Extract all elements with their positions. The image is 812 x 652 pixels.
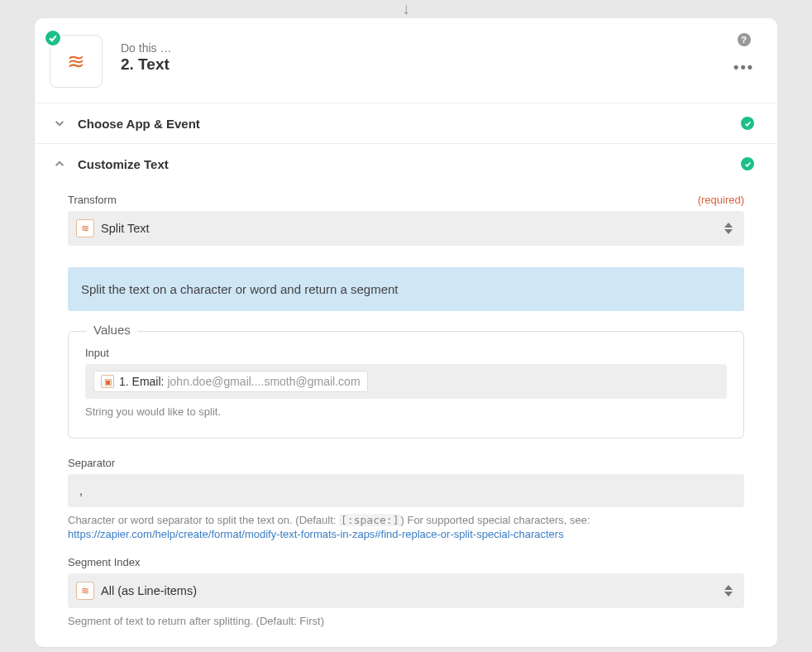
formatter-icon: ≋ (76, 219, 94, 237)
separator-help-link[interactable]: https://zapier.com/help/create/format/mo… (68, 528, 564, 540)
step-title: 2. Text (121, 55, 171, 74)
step-card: ≋ Do this … 2. Text ? ••• Choose App & E… (35, 18, 777, 647)
step-header[interactable]: ≋ Do this … 2. Text ? ••• (35, 18, 777, 103)
input-label: Input (85, 347, 109, 359)
segment-value: All (as Line-items) (101, 584, 197, 597)
sort-arrows-icon (724, 585, 733, 597)
chevron-down-icon (51, 115, 68, 132)
pill-value: john.doe@gmail....smoth@gmail.com (167, 375, 360, 388)
transform-value: Split Text (101, 222, 150, 235)
separator-help-code: [:space:] (339, 514, 400, 526)
section-customize-text[interactable]: Customize Text (35, 143, 777, 184)
segment-help: Segment of text to return after splittin… (68, 615, 744, 627)
source-step-icon: ▣ (101, 375, 114, 388)
values-legend: Values (87, 323, 137, 337)
separator-help-pre: Character or word separator to split the… (68, 514, 339, 526)
svg-marker-2 (724, 585, 733, 590)
sort-arrows-icon (724, 223, 733, 234)
field-transform: Transform (required) ≋ Split Text (68, 194, 744, 246)
step-subtitle: Do this … (121, 41, 171, 55)
values-fieldset: Values Input ▣ 1. Email: john.doe@gmail.… (68, 331, 744, 439)
transform-label: Transform (68, 194, 117, 206)
arrow-down-icon: ↓ (402, 0, 410, 17)
chevron-up-icon (51, 156, 68, 172)
formatter-icon: ≋ (67, 50, 85, 72)
separator-help-post: ) For supported special characters, see: (401, 514, 590, 526)
check-icon (741, 157, 754, 170)
success-badge-icon (44, 29, 62, 47)
separator-label: Separator (68, 457, 115, 469)
input-field[interactable]: ▣ 1. Email: john.doe@gmail....smoth@gmai… (85, 364, 727, 399)
separator-help: Character or word separator to split the… (68, 514, 744, 526)
required-tag: (required) (698, 194, 744, 206)
field-segment-index: Segment Index ≋ All (as Line-items) Segm… (68, 556, 744, 627)
pill-prefix: 1. Email: (119, 375, 164, 388)
step-connector: ↓ (35, 0, 777, 18)
section-choose-app[interactable]: Choose App & Event (35, 103, 777, 143)
input-help: String you would like to split. (85, 405, 727, 418)
segment-label: Segment Index (68, 556, 140, 568)
svg-marker-1 (724, 229, 733, 234)
segment-select[interactable]: ≋ All (as Line-items) (68, 573, 744, 608)
svg-marker-3 (724, 592, 733, 597)
transform-select[interactable]: ≋ Split Text (68, 211, 744, 246)
more-options-icon[interactable]: ••• (733, 60, 754, 74)
field-separator: Separator , Character or word separator … (68, 457, 744, 541)
separator-input[interactable]: , (68, 474, 744, 507)
mapped-pill[interactable]: ▣ 1. Email: john.doe@gmail....smoth@gmai… (93, 371, 368, 392)
section-choose-title: Choose App & Event (78, 117, 741, 131)
help-icon[interactable]: ? (738, 33, 751, 46)
customize-panel: Transform (required) ≋ Split Text Split … (35, 194, 777, 647)
section-customize-title: Customize Text (78, 157, 741, 171)
formatter-icon: ≋ (76, 582, 94, 600)
transform-info: Split the text on a character or word an… (68, 267, 744, 311)
check-icon (741, 117, 754, 130)
svg-marker-0 (724, 223, 733, 228)
app-icon: ≋ (50, 35, 103, 88)
